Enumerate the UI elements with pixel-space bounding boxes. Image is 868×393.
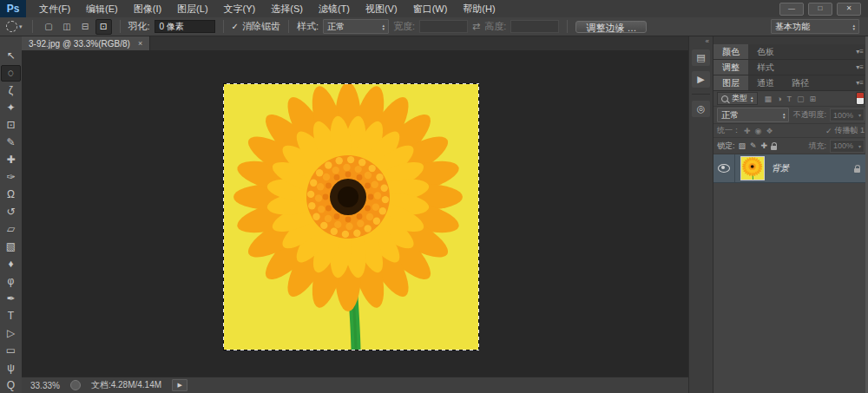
restore-button[interactable]: □ <box>808 3 832 16</box>
close-button[interactable]: ✕ <box>837 3 861 16</box>
tool-brush[interactable]: ✑ <box>1 169 21 186</box>
document-tab[interactable]: 3-92.jpg @ 33.3%(RGB/8) × <box>22 36 150 50</box>
status-options-arrow[interactable]: ▶ <box>172 379 187 391</box>
refine-edge-button[interactable]: 调整边缘 … <box>575 21 647 33</box>
tool-spot-healing-brush[interactable]: ✚ <box>1 152 21 168</box>
status-bar: 33.33% 文档:4.28M/4.14M ▶ <box>22 377 690 393</box>
swap-dimensions-icon[interactable]: ⇄ <box>472 21 480 32</box>
tool-lasso[interactable]: ζ <box>1 82 21 99</box>
smart-object-filter-icon[interactable]: ⊞ <box>809 95 816 103</box>
menu-item-4[interactable]: 文字(Y) <box>216 0 264 17</box>
tool-quick-selection[interactable]: ✦ <box>1 100 21 116</box>
current-tool-preset[interactable]: ▾ <box>4 21 24 32</box>
blend-mode-dropdown[interactable]: 正常 ▴▾ <box>717 108 789 122</box>
close-tab-icon[interactable]: × <box>138 39 142 48</box>
opacity-value[interactable]: 100% ▾ <box>830 108 865 121</box>
unify-position-icon[interactable]: ✚ <box>744 127 751 135</box>
document-tab-bar: 3-92.jpg @ 33.3%(RGB/8) × <box>22 36 690 50</box>
canvas[interactable] <box>22 50 690 377</box>
tool-shape[interactable]: ▭ <box>1 342 21 358</box>
tab-styles[interactable]: 样式 <box>748 60 783 75</box>
tab-channels[interactable]: 通道 <box>748 75 783 90</box>
layer-thumbnail[interactable] <box>741 157 764 180</box>
panel-icon-history[interactable]: ▤ <box>692 49 710 66</box>
tool-hand[interactable]: ψ <box>1 359 21 376</box>
layer-row-background[interactable]: 背景 <box>713 154 868 183</box>
shape-layer-filter-icon[interactable]: ▢ <box>797 95 805 103</box>
propagate-frame-checkbox[interactable]: ✓ 传播帧 1 <box>825 125 865 136</box>
pixel-layer-filter-icon[interactable]: ▦ <box>765 95 773 103</box>
expand-panels-icon[interactable]: « <box>706 36 713 47</box>
feather-input[interactable]: 0 像素 <box>155 20 215 33</box>
tab-swatches[interactable]: 色板 <box>748 44 783 59</box>
tool-zoom[interactable]: Q <box>1 377 21 393</box>
tool-type[interactable]: T <box>1 307 21 324</box>
layer-filter-toggle[interactable] <box>856 92 865 105</box>
tab-adjustments[interactable]: 调整 <box>713 60 748 75</box>
minimize-button[interactable]: — <box>779 3 804 16</box>
divider <box>692 94 710 95</box>
unify-visibility-icon[interactable]: ◉ <box>755 127 762 135</box>
subtract-from-selection-icon[interactable]: ⊟ <box>77 19 94 35</box>
antialias-checkbox[interactable]: ✓ 消除锯齿 <box>232 20 280 33</box>
tool-pen[interactable]: ✒ <box>1 290 21 306</box>
menu-item-8[interactable]: 窗口(W) <box>405 0 456 17</box>
unify-style-icon[interactable]: ❖ <box>766 127 773 135</box>
zoom-level[interactable]: 33.33% <box>30 381 60 390</box>
spinner-icon: ▴▾ <box>852 23 855 30</box>
new-selection-icon[interactable]: ▢ <box>41 19 57 35</box>
lock-row: 锁定: ▨✎✚ 填充: 100% ▾ <box>713 138 868 154</box>
chevron-down-icon: ▾ <box>19 23 23 30</box>
document-size-info: 文档:4.28M/4.14M <box>91 379 161 391</box>
menu-item-6[interactable]: 滤镜(T) <box>311 0 358 17</box>
lock-position-icon[interactable]: ✚ <box>761 141 768 150</box>
propagate-frame-label: 传播帧 1 <box>834 125 865 136</box>
tool-eyedropper[interactable]: ✎ <box>1 134 21 151</box>
opacity-number: 100% <box>833 111 853 120</box>
tool-blur[interactable]: ♦ <box>1 255 21 272</box>
tool-move[interactable]: ↖ <box>1 48 21 64</box>
tab-paths[interactable]: 路径 <box>783 75 818 90</box>
tool-clone-stamp[interactable]: Ω <box>1 187 21 203</box>
panel-icon-actions[interactable]: ▶ <box>692 71 710 88</box>
layer-visibility-cell[interactable] <box>713 154 735 182</box>
divider <box>288 20 289 33</box>
menu-item-5[interactable]: 选择(S) <box>263 0 311 17</box>
feather-label: 羽化: <box>128 20 150 33</box>
tool-dodge[interactable]: φ <box>1 272 21 289</box>
menu-item-3[interactable]: 图层(L) <box>169 0 215 17</box>
tool-eraser[interactable]: ▱ <box>1 221 21 238</box>
tool-path-selection[interactable]: ▷ <box>1 324 21 341</box>
intersect-selection-icon[interactable]: ⊡ <box>95 19 112 35</box>
height-input[interactable] <box>510 20 559 33</box>
tool-elliptical-marquee[interactable]: ◌ <box>1 65 21 82</box>
canvas-image[interactable] <box>224 84 478 350</box>
menu-item-0[interactable]: 文件(F) <box>31 0 78 17</box>
menu-item-2[interactable]: 图像(I) <box>126 0 169 17</box>
menu-item-9[interactable]: 帮助(H) <box>455 0 503 17</box>
workspace-dropdown[interactable]: 基本功能 ▴▾ <box>771 19 859 34</box>
width-input[interactable] <box>419 20 468 33</box>
adjustment-layer-filter-icon[interactable]: ◑ <box>777 95 781 103</box>
filter-kind-dropdown[interactable]: 类型 ▴▾ <box>717 92 758 105</box>
menu-item-7[interactable]: 视图(V) <box>358 0 405 17</box>
lock-all-icon[interactable] <box>771 142 777 150</box>
lock-transparency-icon[interactable]: ▨ <box>739 141 746 150</box>
height-label: 高度: <box>484 20 506 33</box>
type-layer-filter-icon[interactable]: T <box>786 95 792 103</box>
add-to-selection-icon[interactable]: ◫ <box>59 19 76 35</box>
tab-color[interactable]: 颜色 <box>713 44 748 59</box>
lock-pixels-icon[interactable]: ✎ <box>750 141 757 150</box>
menu-item-1[interactable]: 编辑(E) <box>78 0 126 17</box>
tool-history-brush[interactable]: ↺ <box>1 204 21 220</box>
document-title: 3-92.jpg @ 33.3%(RGB/8) <box>29 39 130 49</box>
dock-icons: ▤▶◎ <box>692 47 710 120</box>
fill-value[interactable]: 100% ▾ <box>830 140 865 153</box>
panel-icon-properties[interactable]: ◎ <box>692 101 710 117</box>
tool-gradient[interactable]: ▧ <box>1 238 21 254</box>
status-circle-icon <box>70 380 81 390</box>
tool-crop[interactable]: ⊡ <box>1 117 21 134</box>
tab-layers[interactable]: 图层 <box>713 75 748 90</box>
style-dropdown[interactable]: 正常 ▴▾ <box>323 19 389 34</box>
lock-icons: ▨✎✚ <box>739 141 768 150</box>
